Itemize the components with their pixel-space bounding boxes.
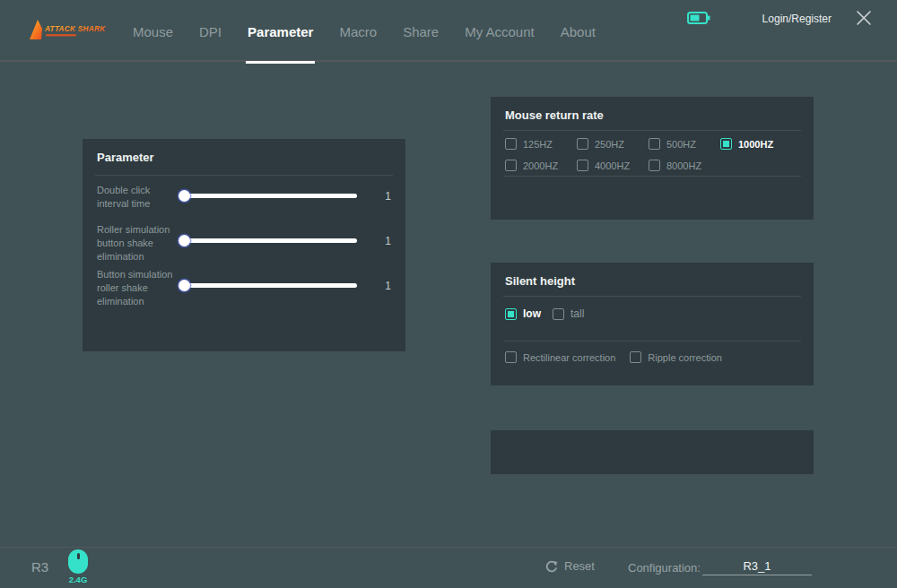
reset-label: Reset [564, 559, 595, 573]
height-option-low[interactable]: low [505, 307, 541, 320]
rate-option-125hz[interactable]: 125HZ [505, 138, 577, 150]
height-option-tall[interactable]: tall [553, 307, 584, 320]
checkbox[interactable] [553, 308, 564, 320]
tab-share[interactable]: Share [403, 0, 439, 64]
checkbox[interactable] [577, 138, 588, 150]
connection-mode-label: 2.4G [63, 575, 93, 584]
brand-logo: ATTACK SHARK [27, 17, 117, 48]
tab-about[interactable]: About [561, 0, 596, 64]
login-register-link[interactable]: Login/Register [762, 13, 832, 25]
silent-height-panel-title: Silent height [505, 274, 575, 288]
roller-sim-slider-value: 1 [385, 235, 391, 247]
parameter-panel: Parameter Double click interval time 1 R… [83, 139, 405, 351]
double-click-slider-track[interactable] [182, 194, 357, 198]
close-icon[interactable] [856, 10, 872, 26]
configuration-label: Configuration: [628, 561, 701, 575]
footer-bar: R3 2.4G Reset Configuration: R3_1 [0, 547, 897, 588]
divider [503, 341, 801, 342]
shark-fin-icon [30, 20, 42, 39]
roller-sim-slider-track[interactable] [182, 238, 357, 243]
checkbox[interactable] [577, 160, 588, 171]
tab-my-account[interactable]: My Account [465, 0, 535, 64]
battery-icon [687, 12, 710, 24]
checkbox[interactable] [505, 138, 517, 150]
slider-label-roller-sim: Roller simulation button shake eliminati… [97, 223, 181, 264]
logo-tagline [46, 34, 76, 37]
roller-sim-slider-thumb[interactable] [179, 235, 190, 246]
tab-parameter[interactable]: Parameter [248, 0, 313, 64]
slider-label-double-click: Double click interval time [97, 184, 181, 211]
double-click-slider-value: 1 [385, 190, 391, 203]
return-rate-panel: Mouse return rate 125HZ 250HZ 500HZ 1000… [491, 97, 814, 220]
checkbox[interactable] [505, 160, 517, 171]
device-name: R3 [31, 559, 48, 575]
rate-option-2000hz[interactable]: 2000HZ [505, 160, 577, 171]
checkbox[interactable] [649, 138, 660, 150]
tab-dpi[interactable]: DPI [199, 0, 222, 64]
checkbox-checked[interactable] [505, 308, 517, 320]
rate-option-8000hz[interactable]: 8000HZ [649, 160, 720, 171]
parameter-panel-title: Parameter [97, 151, 154, 164]
divider [503, 130, 801, 131]
button-sim-slider-thumb[interactable] [179, 280, 190, 291]
ripple-correction-option[interactable]: Ripple correction [630, 351, 722, 363]
height-options: low tall [505, 307, 584, 320]
rate-option-4000hz[interactable]: 4000HZ [577, 160, 649, 171]
main-nav: Mouse DPI Parameter Macro Share My Accou… [133, 0, 596, 64]
divider [503, 176, 801, 177]
checkbox[interactable] [649, 160, 660, 171]
divider [503, 296, 801, 297]
reset-button[interactable]: Reset [545, 559, 595, 573]
tab-mouse[interactable]: Mouse [133, 0, 173, 64]
checkbox-checked[interactable] [720, 138, 732, 150]
app-window: ATTACK SHARK Mouse DPI Parameter Macro S… [0, 0, 897, 588]
rate-option-250hz[interactable]: 250HZ [577, 138, 649, 150]
rate-option-1000hz[interactable]: 1000HZ [720, 138, 792, 150]
reset-icon [545, 560, 558, 573]
return-rate-panel-title: Mouse return rate [505, 108, 604, 122]
divider [95, 175, 393, 176]
mouse-device-icon[interactable] [68, 549, 88, 574]
button-sim-slider-track[interactable] [182, 283, 357, 288]
brand-text: ATTACK SHARK [44, 25, 106, 33]
rectilinear-correction-option[interactable]: Rectilinear correction [505, 351, 615, 363]
silent-height-panel: Silent height low tall Rectilinear corre… [491, 263, 814, 385]
configuration-name-input[interactable]: R3_1 [702, 558, 812, 575]
checkbox[interactable] [630, 351, 641, 363]
checkbox[interactable] [505, 351, 517, 363]
correction-options: Rectilinear correction Ripple correction [505, 351, 722, 363]
tab-macro[interactable]: Macro [339, 0, 377, 64]
double-click-slider-thumb[interactable] [179, 190, 190, 202]
rate-option-500hz[interactable]: 500HZ [649, 138, 720, 150]
slider-label-button-sim: Button simulation roller shake eliminati… [97, 268, 181, 309]
return-rate-options: 125HZ 250HZ 500HZ 1000HZ 2000HZ 4000HZ [505, 138, 803, 171]
scroll-wheel-icon [77, 553, 80, 559]
top-bar: ATTACK SHARK Mouse DPI Parameter Macro S… [0, 0, 897, 62]
button-sim-slider-value: 1 [385, 280, 391, 292]
empty-panel [491, 430, 814, 474]
